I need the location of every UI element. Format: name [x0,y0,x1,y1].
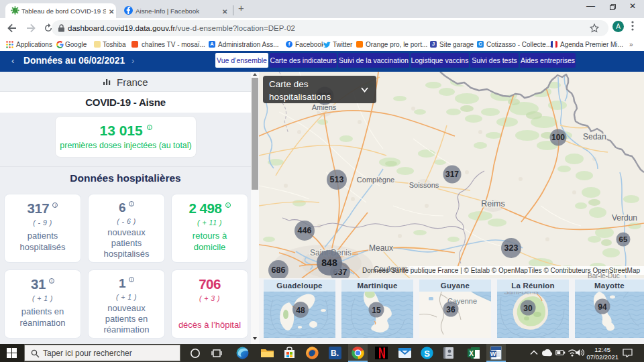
svg-text:W: W [490,351,496,357]
svg-text:Reims: Reims [481,199,504,208]
svg-text:Sedan: Sedan [583,132,606,141]
svg-text:446: 446 [298,226,312,235]
svg-text:Compiègne: Compiègne [357,176,394,184]
svg-text:Meaux: Meaux [369,243,393,253]
svg-text:317: 317 [445,170,459,179]
svg-text:100: 100 [551,133,565,142]
svg-text:30: 30 [523,304,533,313]
svg-text:Soissons: Soissons [409,181,439,189]
svg-text:323: 323 [504,243,519,253]
svg-text:36: 36 [446,305,455,314]
svg-text:48: 48 [296,306,305,315]
svg-text:513: 513 [330,175,344,184]
svg-text:15: 15 [372,306,381,315]
svg-text:Verdun: Verdun [612,213,637,223]
svg-text:B.: B. [331,349,339,358]
svg-text:94: 94 [598,302,607,312]
svg-text:65: 65 [619,235,628,243]
svg-text:848: 848 [321,257,337,268]
svg-text:Bar-le-Duc: Bar-le-Duc [588,272,620,278]
svg-text:X: X [469,350,474,357]
svg-text:S: S [424,349,430,359]
svg-text:686: 686 [272,265,286,275]
